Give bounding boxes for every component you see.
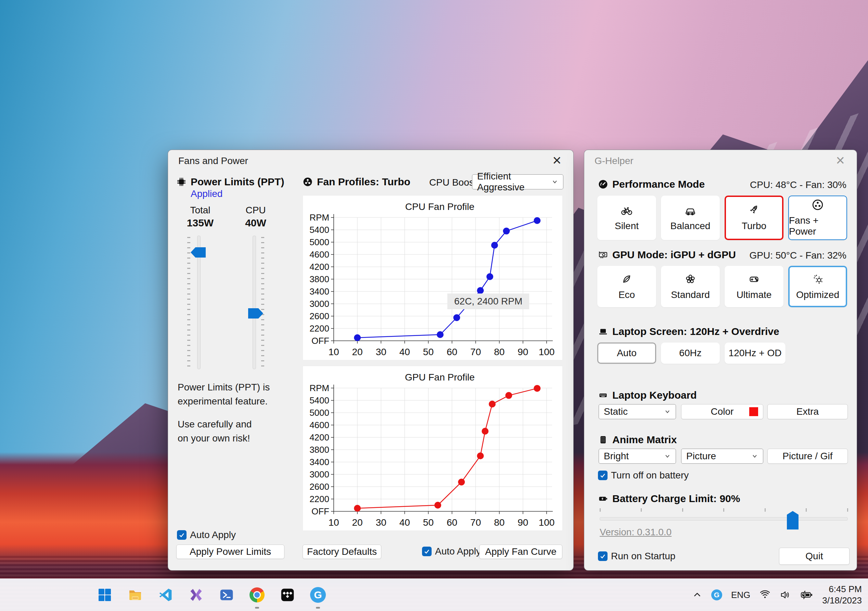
gauge-icon xyxy=(598,179,608,190)
desktop: Fans and Power × Power Limits (PPT) Appl… xyxy=(0,0,868,611)
volume-icon[interactable] xyxy=(780,589,791,601)
tray-chevron-up-icon[interactable] xyxy=(692,590,702,600)
purple-dev-app-icon[interactable] xyxy=(188,587,205,603)
ghelper-window: G-Helper × Performance Mode CPU: 48°C - … xyxy=(584,150,857,571)
cpu-value: 40W xyxy=(235,217,276,229)
tray-date: 3/18/2023 xyxy=(822,595,862,606)
start-button[interactable] xyxy=(96,587,113,603)
cpu-temp-fan-status: CPU: 48°C - Fan: 30% xyxy=(750,179,846,190)
svg-text:70: 70 xyxy=(470,517,481,528)
cpu-fan-chart[interactable]: CPU Fan ProfileRPM5400500046004200380034… xyxy=(302,195,563,360)
fan-auto-apply-checkbox[interactable] xyxy=(422,547,432,556)
laptop-keyboard-header: Laptop Keyboard xyxy=(598,388,697,403)
svg-text:40: 40 xyxy=(400,517,410,528)
optimized-gear-icon xyxy=(812,273,824,285)
flower-icon xyxy=(684,273,696,285)
performance-mode-header: Performance Mode xyxy=(598,177,705,192)
clock[interactable]: 6:45 PM 3/18/2023 xyxy=(822,584,862,606)
svg-text:100: 100 xyxy=(539,347,555,357)
total-value: 135W xyxy=(180,217,221,229)
svg-text:RPM: RPM xyxy=(309,383,329,393)
svg-text:10: 10 xyxy=(328,347,339,357)
matrix-icon xyxy=(598,435,608,445)
taskbar: G G ENG 6:45 PM 3/18/2023 xyxy=(0,578,868,611)
fan-icon xyxy=(302,177,313,187)
mode-button-fans-power[interactable]: Fans + Power xyxy=(788,196,847,240)
ghelper-close-button[interactable]: × xyxy=(832,151,848,169)
gpu-button-optimized[interactable]: Optimized xyxy=(788,266,847,307)
total-slider-handle[interactable] xyxy=(191,247,206,258)
svg-text:60: 60 xyxy=(446,347,457,357)
leaf-icon xyxy=(620,273,633,285)
svg-text:90: 90 xyxy=(518,347,528,357)
battery-slider-track[interactable] xyxy=(600,517,848,521)
svg-text:RPM: RPM xyxy=(309,212,329,222)
gpu-button-standard[interactable]: Standard xyxy=(661,266,720,307)
gpu-fan-chart[interactable]: GPU Fan ProfileRPM5400500046004200380034… xyxy=(302,366,563,531)
rocket-icon xyxy=(748,204,760,216)
apply-power-limits-button[interactable]: Apply Power Limits xyxy=(176,544,284,559)
svg-text:4600: 4600 xyxy=(309,420,329,430)
vscode-icon[interactable] xyxy=(157,587,174,603)
run-on-startup-checkbox[interactable] xyxy=(598,551,608,561)
version-link[interactable]: Version: 0.31.0.0 xyxy=(600,527,671,538)
run-on-startup-row: Run on Startup xyxy=(598,551,675,562)
apply-fan-curve-button[interactable]: Apply Fan Curve xyxy=(479,544,563,559)
keyboard-color-button[interactable]: Color xyxy=(681,404,763,419)
svg-text:3000: 3000 xyxy=(309,469,329,479)
cpu-label: CPU xyxy=(235,205,276,216)
keyboard-mode-select[interactable]: Static xyxy=(598,404,676,419)
gamepad-icon xyxy=(748,273,760,285)
factory-defaults-button[interactable]: Factory Defaults xyxy=(302,544,381,559)
quit-button[interactable]: Quit xyxy=(779,548,849,565)
ghelper-tray-icon[interactable]: G xyxy=(711,589,722,600)
car-icon xyxy=(684,204,696,216)
system-tray: G ENG 6:45 PM 3/18/2023 xyxy=(692,579,862,611)
keyboard-icon xyxy=(598,390,608,400)
svg-text:50: 50 xyxy=(423,517,434,528)
mode-button-balanced[interactable]: Balanced xyxy=(661,196,720,240)
svg-text:5000: 5000 xyxy=(309,237,329,247)
language-indicator[interactable]: ENG xyxy=(731,590,750,600)
battery-charge-limit-header: Battery Charge Limit: 90% xyxy=(598,491,740,506)
svg-text:80: 80 xyxy=(494,347,505,357)
running-indicator xyxy=(255,607,259,609)
powershell-icon[interactable] xyxy=(219,587,235,603)
screen-button-60hz[interactable]: 60Hz xyxy=(661,342,720,364)
anime-content-select[interactable]: Picture xyxy=(681,449,763,464)
fans-and-power-window: Fans and Power × Power Limits (PPT) Appl… xyxy=(168,150,574,571)
screen-button-auto[interactable]: Auto xyxy=(597,342,656,364)
mode-button-turbo[interactable]: Turbo xyxy=(725,196,783,240)
ghelper-taskbar-icon[interactable]: G xyxy=(310,587,326,603)
battery-slider-ticks xyxy=(600,508,848,511)
power-auto-apply-label: Auto Apply xyxy=(190,530,236,541)
wifi-icon[interactable] xyxy=(759,589,771,601)
running-indicator xyxy=(316,607,320,609)
gpu-button-ultimate[interactable]: Ultimate xyxy=(725,266,783,307)
anime-picture-gif-button[interactable]: Picture / Gif xyxy=(767,449,848,464)
taskbar-icons: G xyxy=(96,579,326,611)
battery-slider-handle[interactable] xyxy=(787,511,798,530)
gpu-card-icon xyxy=(598,250,608,260)
file-explorer-icon[interactable] xyxy=(127,587,143,603)
power-auto-apply-checkbox[interactable] xyxy=(177,530,186,540)
chrome-icon[interactable] xyxy=(249,587,265,603)
svg-text:30: 30 xyxy=(376,347,386,357)
gpu-button-eco[interactable]: Eco xyxy=(597,266,656,307)
svg-text:CPU Fan Profile: CPU Fan Profile xyxy=(405,201,474,212)
svg-text:2200: 2200 xyxy=(309,323,329,334)
screen-button-120hz-od[interactable]: 120Hz + OD xyxy=(725,342,786,364)
cpu-boost-select[interactable]: Efficient Aggressive xyxy=(472,174,563,190)
svg-text:50: 50 xyxy=(423,347,434,357)
gpu-temp-fan-status: GPU: 50°C - Fan: 32% xyxy=(749,250,846,261)
tidal-icon[interactable] xyxy=(279,587,296,603)
bicycle-icon xyxy=(620,204,633,216)
turn-off-on-battery-checkbox[interactable] xyxy=(598,471,608,480)
mode-button-silent[interactable]: Silent xyxy=(597,196,656,240)
keyboard-extra-button[interactable]: Extra xyxy=(767,404,848,419)
battery-tray-icon[interactable] xyxy=(800,589,813,601)
cpu-slider-track[interactable] xyxy=(253,236,256,369)
fans-close-button[interactable]: × xyxy=(549,151,565,169)
anime-brightness-select[interactable]: Bright xyxy=(598,449,676,464)
cpu-chip-icon xyxy=(176,177,186,187)
